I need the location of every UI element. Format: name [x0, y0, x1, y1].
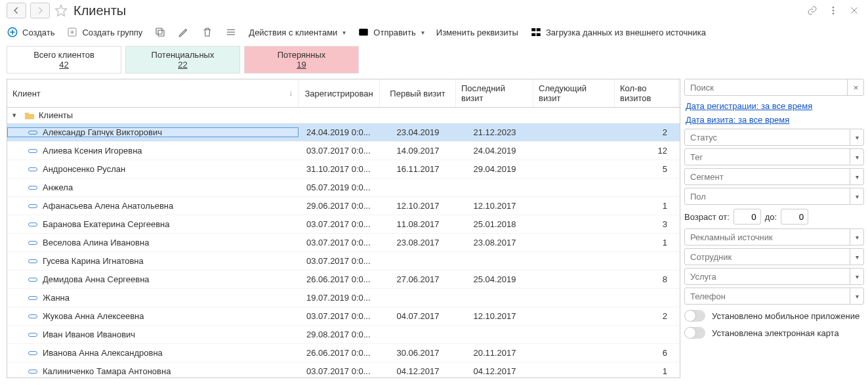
client-icon — [28, 186, 37, 190]
cell-registered: 26.06.2017 0:0... — [299, 348, 380, 358]
copy-button[interactable] — [154, 26, 166, 38]
filter-tag-select[interactable] — [684, 148, 864, 165]
cell-last-visit: 24.04.2019 — [456, 146, 533, 156]
stat-card-potential[interactable]: Потенциальных 22 — [125, 46, 240, 74]
col-header-client[interactable]: Клиент ↓ — [7, 79, 299, 107]
cell-registered: 29.06.2017 0:0... — [299, 201, 380, 211]
stat-lost-label: Потерянных — [278, 50, 326, 60]
stat-all-count: 42 — [59, 60, 68, 70]
edit-requisites-label: Изменить реквизиты — [436, 28, 518, 37]
chevron-down-icon[interactable]: ▾ — [850, 168, 864, 185]
table-row[interactable]: Жанна19.07.2019 0:0... — [7, 289, 680, 307]
client-icon — [28, 278, 37, 282]
chevron-down-icon[interactable]: ▾ — [850, 228, 864, 246]
group-row[interactable]: ▾ Клиенты — [7, 108, 680, 123]
stat-card-all[interactable]: Всего клиентов 42 — [7, 46, 121, 74]
cell-visit-count: 8 — [615, 274, 679, 284]
filter-visit-date-link[interactable]: Дата визита: за все время — [686, 115, 863, 125]
chevron-down-icon[interactable]: ▾ — [850, 148, 864, 165]
edit-button[interactable] — [178, 26, 190, 38]
send-dropdown[interactable]: Отправить▾ — [358, 26, 424, 38]
cell-last-visit: 12.10.2017 — [456, 311, 533, 321]
table-row[interactable]: Афанасьева Алена Анатольевна29.06.2017 0… — [7, 197, 680, 215]
tree-toggle-icon[interactable]: ▾ — [12, 111, 22, 119]
delete-button[interactable] — [201, 26, 213, 38]
nav-forward-button[interactable] — [30, 3, 50, 18]
stat-potential-label: Потенциальных — [152, 50, 215, 60]
table-row[interactable]: Веселова Алина Ивановна03.07.2017 0:0...… — [7, 234, 680, 252]
table-row[interactable]: Жукова Анна Алексеевна03.07.2017 0:0...0… — [7, 307, 680, 326]
cell-first-visit: 14.09.2017 — [380, 146, 456, 156]
clients-grid: Клиент ↓ Зарегистрирован Первый визит По… — [7, 79, 680, 378]
cell-registered: 05.07.2019 0:0... — [299, 182, 380, 192]
nav-back-button[interactable] — [7, 3, 26, 18]
client-name: Андронсенко Руслан — [43, 164, 125, 174]
col-header-first-visit[interactable]: Первый визит — [380, 79, 456, 107]
stat-potential-count: 22 — [178, 60, 187, 70]
table-row[interactable]: Калиниченко Тамара Антоновна03.07.2017 0… — [7, 362, 680, 378]
page-title: Клиенты — [73, 3, 126, 18]
create-button[interactable]: Создать — [7, 26, 54, 38]
cell-visit-count: 1 — [615, 201, 679, 211]
filter-gender-select[interactable] — [684, 188, 864, 205]
favorite-star-icon[interactable] — [54, 3, 68, 18]
cell-first-visit: 12.10.2017 — [380, 201, 456, 211]
grid-body[interactable]: ▾ Клиенты Александр Гапчук Викторович24.… — [7, 108, 680, 378]
table-row[interactable]: Иванова Анна Александровна26.06.2017 0:0… — [7, 344, 680, 362]
filter-status-select[interactable] — [684, 129, 864, 146]
age-to-label: до: — [765, 212, 777, 222]
list-mode-button[interactable] — [225, 26, 237, 38]
age-from-input[interactable] — [734, 209, 761, 225]
svg-point-0 — [833, 7, 834, 8]
client-actions-dropdown[interactable]: Действия с клиентами▾ — [249, 28, 346, 37]
cell-last-visit: 04.12.2017 — [456, 366, 533, 376]
table-row[interactable]: Гусева Карина Игнатовна03.07.2017 0:0... — [7, 252, 680, 270]
kebab-menu-icon[interactable] — [826, 3, 840, 18]
client-name: Анжела — [43, 182, 73, 192]
link-icon[interactable] — [805, 3, 819, 18]
table-row[interactable]: Демидова Анна Сергеевна26.06.2017 0:0...… — [7, 270, 680, 289]
filter-service-select[interactable] — [684, 268, 864, 285]
chevron-down-icon[interactable]: ▾ — [850, 188, 864, 205]
edit-requisites-button[interactable]: Изменить реквизиты — [436, 28, 518, 37]
filter-employee-select[interactable] — [684, 248, 864, 265]
svg-rect-16 — [537, 28, 541, 32]
age-to-input[interactable] — [781, 209, 808, 225]
filter-reg-date-link[interactable]: Дата регистрации: за все время — [686, 101, 863, 111]
cell-registered: 03.07.2017 0:0... — [299, 366, 380, 376]
chevron-down-icon[interactable]: ▾ — [850, 268, 864, 285]
filter-panel: × Дата регистрации: за все время Дата ви… — [684, 79, 864, 378]
table-row[interactable]: Александр Гапчук Викторович24.04.2019 0:… — [7, 123, 680, 142]
cell-registered: 03.07.2017 0:0... — [299, 146, 380, 156]
client-icon — [28, 314, 37, 318]
toggle-ecard[interactable] — [684, 327, 705, 339]
filter-segment-select[interactable] — [684, 168, 864, 185]
col-header-registered[interactable]: Зарегистрирован — [299, 79, 380, 107]
col-header-next-visit[interactable]: Следующий визит — [533, 79, 615, 107]
cell-registered: 03.07.2017 0:0... — [299, 256, 380, 266]
filter-phone-input[interactable] — [684, 288, 864, 305]
close-icon[interactable] — [847, 3, 861, 18]
table-row[interactable]: Андронсенко Руслан31.10.2017 0:0...16.11… — [7, 160, 680, 179]
col-header-visit-count[interactable]: Кол-во визитов — [615, 79, 679, 107]
filter-adsource-select[interactable] — [684, 228, 864, 246]
client-name: Жанна — [43, 293, 70, 303]
stat-card-lost[interactable]: Потерянных 19 — [244, 46, 359, 74]
chevron-down-icon[interactable]: ▾ — [850, 248, 864, 265]
table-row[interactable]: Иван Иванов Иванович29.08.2017 0:0... — [7, 326, 680, 344]
search-clear-button[interactable]: × — [847, 79, 864, 96]
load-external-button[interactable]: Загрузка данных из внешнего источника — [530, 26, 706, 38]
table-row[interactable]: Баранова Екатерина Сергеевна03.07.2017 0… — [7, 215, 680, 234]
toggle-ecard-label: Установлена электронная карта — [712, 328, 839, 338]
col-header-last-visit[interactable]: Последний визит — [456, 79, 533, 107]
table-row[interactable]: Анжела05.07.2019 0:0... — [7, 179, 680, 197]
create-group-button[interactable]: Создать группу — [66, 26, 142, 38]
chevron-down-icon[interactable]: ▾ — [850, 129, 864, 146]
table-row[interactable]: Алиева Ксения Игоревна03.07.2017 0:0...1… — [7, 142, 680, 160]
stat-lost-count: 19 — [297, 60, 306, 70]
search-input[interactable] — [684, 79, 864, 96]
client-icon — [28, 370, 37, 374]
toggle-mobile-app[interactable] — [684, 310, 705, 322]
chevron-down-icon[interactable]: ▾ — [850, 288, 864, 305]
cell-last-visit: 29.04.2019 — [456, 164, 533, 174]
